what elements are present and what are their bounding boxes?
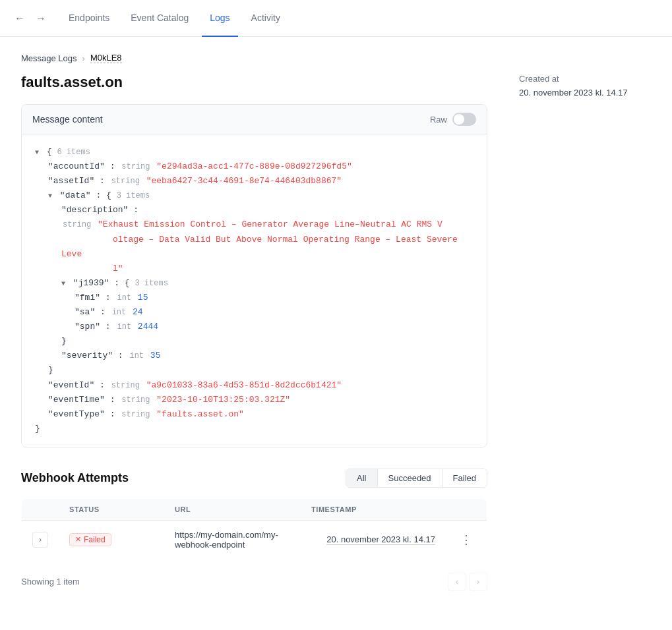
json-assetid-key: "assetId" [48,176,94,186]
json-colon6: : [106,293,116,302]
nav-activity[interactable]: Activity [243,0,288,37]
json-eventid-type: string [111,381,140,390]
webhook-table-body: › ✕ Failed https://my-domain.com/my-webh… [22,520,487,559]
row-actions-button[interactable]: ⋮ [456,531,476,548]
json-assetid-value: "eeba6427-3c44-4691-8e74-446403db8867" [146,176,342,186]
status-x-icon: ✕ [75,535,81,544]
message-card: Message content Raw ▼ { 6 items [21,104,487,447]
json-eventtype-key: "eventType" [48,409,105,419]
json-spn-type: int [117,322,131,331]
top-nav: ← → Endpoints Event Catalog Logs Activit… [0,0,672,37]
row-timestamp-link[interactable]: 20. november 2023 kl. 14.17 [326,534,435,545]
json-colon10: : [100,380,110,390]
json-root-meta: 6 items [57,148,90,157]
message-card-title: Message content [32,114,103,125]
row-actions-cell: ⋮ [446,520,487,559]
raw-toggle: Raw [430,113,476,126]
row-timestamp-cell: 20. november 2023 kl. 14.17 [301,520,446,559]
th-url: URL [164,498,301,520]
json-spn-value: 2444 [138,322,158,331]
json-sa-value: 24 [133,307,143,317]
json-viewer: ▼ { 6 items "accountId" : string "e294ad… [22,134,487,447]
pagination-next-button[interactable]: › [469,573,487,591]
json-description-type: string [63,220,91,229]
collapse-j1939[interactable]: ▼ [61,280,65,287]
webhook-section: Webhook Attempts All Succeeded Failed ST… [21,469,487,594]
collapse-root[interactable]: ▼ [35,149,39,156]
page-main: faults.asset.on Message content Raw ▼ { … [21,74,487,594]
json-j1939-key: "j1939" [73,278,109,288]
json-description-value: "Exhaust Emission Control – Generator Av… [61,219,458,273]
json-eventtype-type: string [121,410,150,419]
webhook-header: Webhook Attempts All Succeeded Failed [21,469,487,488]
json-spn-key: "spn" [75,322,100,331]
status-badge: ✕ Failed [69,533,111,546]
nav-logs[interactable]: Logs [202,0,237,37]
raw-toggle-switch[interactable] [452,113,476,126]
json-eventtype-value: "faults.asset.on" [156,409,244,419]
filter-succeeded-button[interactable]: Succeeded [378,469,443,487]
json-sa-key: "sa" [75,307,95,317]
th-status: STATUS [59,498,164,520]
page-sidebar: Created at 20. november 2023 kl. 14.17 [519,74,651,594]
json-data-close: } [48,365,53,375]
th-expand [22,498,59,520]
json-colon12: : [110,409,121,419]
json-severity-key: "severity" [61,351,113,360]
pagination-info: Showing 1 item [21,577,80,587]
pagination: Showing 1 item ‹ › [21,570,487,594]
webhook-table-head: STATUS URL TIMESTAMP [22,498,487,520]
json-assetid-type: string [111,177,140,186]
sidebar-created-value: 20. november 2023 kl. 14.17 [519,88,651,98]
json-colon: : [110,161,121,171]
pagination-prev-button[interactable]: ‹ [448,573,466,591]
row-status-cell: ✕ Failed [59,520,164,559]
message-card-header: Message content Raw [22,105,487,134]
forward-button[interactable]: → [32,10,50,27]
nav-event-catalog[interactable]: Event Catalog [123,0,197,37]
json-description-key: "description" [61,205,128,215]
json-data-key: "data" [60,190,91,200]
json-colon3: : { [96,190,116,200]
json-colon4: : [133,205,138,215]
json-accountid-type: string [121,162,150,171]
json-open-brace: { [47,147,57,157]
json-colon7: : [100,307,111,317]
json-colon8: : [106,322,116,331]
json-root-close: } [35,424,40,434]
nav-endpoints[interactable]: Endpoints [61,0,117,37]
breadcrumb: Message Logs › M0kLE8 [21,53,651,63]
row-expand-button[interactable]: › [32,532,48,548]
nav-arrows: ← → [11,10,50,27]
filter-all-button[interactable]: All [346,469,377,487]
breadcrumb-separator: › [82,53,85,63]
th-actions [446,498,487,520]
page-title: faults.asset.on [21,74,487,91]
json-accountid-key: "accountId" [48,161,105,171]
webhook-title: Webhook Attempts [21,471,129,485]
main-content: Message Logs › M0kLE8 faults.asset.on Me… [0,37,672,610]
breadcrumb-current: M0kLE8 [90,53,122,63]
th-timestamp: TIMESTAMP [301,498,446,520]
collapse-data[interactable]: ▼ [48,192,52,200]
webhook-table: STATUS URL TIMESTAMP › [21,498,487,559]
json-colon5: : { [114,278,135,288]
json-j1939-meta: 3 items [135,279,168,288]
json-severity-value: 35 [150,351,161,360]
json-colon9: : [118,351,129,360]
json-severity-type: int [129,351,144,360]
json-eventtime-key: "eventTime" [48,395,105,405]
json-colon2: : [100,176,110,186]
row-expand-cell: › [22,520,59,559]
row-url-value: https://my-domain.com/my-webhook-endpoin… [175,530,278,550]
json-fmi-value: 15 [138,293,148,302]
breadcrumb-parent[interactable]: Message Logs [21,53,77,63]
filter-buttons: All Succeeded Failed [346,469,487,488]
raw-label: Raw [430,115,447,125]
filter-failed-button[interactable]: Failed [443,469,487,487]
json-eventtime-type: string [121,395,150,405]
row-url-cell: https://my-domain.com/my-webhook-endpoin… [164,520,301,559]
json-j1939-close: } [61,336,67,346]
json-sa-type: int [112,308,127,317]
back-button[interactable]: ← [11,10,29,27]
